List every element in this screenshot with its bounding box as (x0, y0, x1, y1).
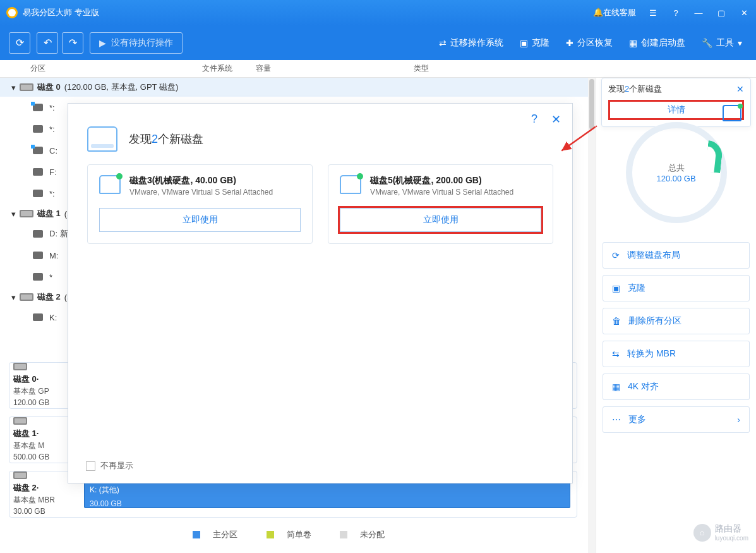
use-now-button[interactable]: 立即使用 (340, 208, 541, 232)
refresh-icon: ⟳ (612, 250, 620, 260)
modal-close-icon[interactable]: ✕ (551, 112, 561, 126)
disk-icon (723, 105, 741, 121)
scrollbar[interactable] (588, 78, 596, 553)
volume-icon (33, 147, 43, 154)
column-headers: 分区 文件系统 容量 类型 (0, 60, 756, 78)
watermark: ⌂ 路由器luyouqi.com (693, 523, 748, 542)
refresh-button[interactable]: ⟳ (9, 32, 30, 54)
volume-icon (33, 104, 43, 111)
clone-button[interactable]: ▣ 克隆 (515, 37, 555, 49)
usage-gauge: 总共 120.00 GB (626, 122, 727, 223)
new-disk-card: 磁盘3(机械硬盘, 40.00 GB)VMware, VMware Virtua… (87, 164, 313, 244)
delete-all-button[interactable]: 🗑删除所有分区 (603, 308, 750, 334)
align-4k-button[interactable]: ▦4K 对齐 (603, 374, 750, 400)
modal-title: 发现2个新磁盘 (129, 131, 203, 147)
convert-mbr-button[interactable]: ⇆转换为 MBR (603, 341, 750, 367)
app-logo (6, 7, 18, 18)
tools-button[interactable]: 🔧 工具 ▾ (697, 37, 747, 49)
pending-ops: ▶没有待执行操作 (90, 32, 183, 54)
disk-icon (340, 175, 361, 194)
undo-button[interactable]: ↶ (37, 32, 58, 54)
col-type: 类型 (414, 63, 756, 74)
watermark-icon: ⌂ (693, 524, 711, 542)
col-capacity: 容量 (256, 63, 414, 74)
noshow-checkbox[interactable] (86, 461, 95, 471)
volume-icon (33, 273, 43, 281)
more-button[interactable]: ⋯更多› (603, 406, 750, 433)
col-fs: 文件系统 (202, 63, 256, 74)
col-partition: 分区 (30, 63, 202, 74)
app-title: 易我分区大师 专业版 (23, 7, 99, 18)
support-link[interactable]: 🔔在线客服 (593, 7, 636, 18)
modal-help-icon[interactable]: ? (531, 112, 537, 126)
disk-icon (13, 417, 27, 425)
side-panel: 发现2个新磁盘 ✕ 详情 总共 120.00 GB ⟳调整磁盘布局 ▣克隆 🗑删… (596, 78, 756, 553)
redo-button[interactable]: ↷ (62, 32, 83, 54)
popup-title: 发现2个新磁盘 (608, 83, 662, 95)
more-icon: ⋯ (612, 415, 621, 425)
bootdisk-button[interactable]: ▦ 创建启动盘 (624, 37, 690, 49)
volume-icon (33, 190, 43, 197)
menu-icon[interactable]: ☰ (647, 8, 659, 18)
disk-row[interactable]: ▾ 磁盘 0(120.00 GB, 基本盘, GPT 磁盘) (0, 78, 596, 97)
maximize-button[interactable]: ▢ (716, 8, 727, 18)
popup-close-icon[interactable]: ✕ (736, 84, 744, 94)
trash-icon: 🗑 (612, 316, 621, 326)
disk-icon (20, 293, 33, 301)
adjust-layout-button[interactable]: ⟳调整磁盘布局 (603, 242, 750, 269)
disk-icon (99, 175, 121, 194)
legend: 主分区 简单卷 未分配 (9, 525, 577, 547)
disk-icon (20, 210, 33, 217)
partition-bar[interactable]: K: (其他) 30.00 GB (84, 480, 570, 508)
close-button[interactable]: ✕ (738, 8, 750, 18)
new-disk-modal: ? ✕ 发现2个新磁盘 磁盘3(机械硬盘, 40.00 GB)VMware, V… (68, 103, 573, 483)
migrate-os-button[interactable]: ⇄ 迁移操作系统 (434, 37, 508, 49)
convert-icon: ⇆ (612, 349, 620, 359)
title-bar: 易我分区大师 专业版 🔔在线客服 ☰ ? — ▢ ✕ (0, 0, 756, 25)
use-now-button[interactable]: 立即使用 (99, 208, 301, 232)
new-disk-card: 磁盘5(机械硬盘, 200.00 GB)VMware, VMware Virtu… (328, 164, 553, 244)
chevron-right-icon: › (737, 415, 740, 425)
volume-icon (33, 168, 43, 176)
disk-icon (20, 83, 33, 91)
disk-icon (13, 363, 27, 370)
noshow-label: 不再显示 (100, 460, 133, 471)
disk-large-icon (87, 126, 117, 152)
recover-button[interactable]: ✚ 分区恢复 (561, 37, 618, 49)
new-disk-popup: 发现2个新磁盘 ✕ 详情 (601, 78, 751, 127)
disk-icon (13, 471, 27, 479)
volume-icon (33, 252, 43, 259)
clone-button[interactable]: ▣克隆 (603, 275, 750, 301)
align-icon: ▦ (612, 382, 620, 392)
toolbar: ⟳ ↶ ↷ ▶没有待执行操作 ⇄ 迁移操作系统 ▣ 克隆 ✚ 分区恢复 ▦ 创建… (0, 25, 756, 60)
help-icon[interactable]: ? (670, 8, 681, 18)
volume-icon (33, 313, 43, 321)
volume-icon (33, 125, 43, 133)
clone-icon: ▣ (612, 283, 620, 293)
minimize-button[interactable]: — (693, 8, 704, 18)
volume-icon (33, 230, 43, 238)
